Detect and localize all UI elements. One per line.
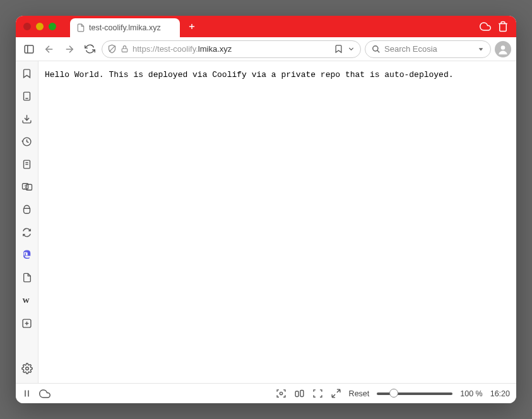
address-bar[interactable]: https://test-coolify.lmika.xyz — [102, 40, 361, 58]
mastodon-button[interactable] — [20, 248, 34, 262]
browser-window: test-coolify.lmika.xyz https://test-cool… — [16, 16, 516, 403]
page-content: Hello World. This is deployed via Coolif… — [38, 61, 516, 383]
user-icon — [497, 43, 509, 56]
sync-button[interactable] — [20, 225, 34, 239]
chevron-down-icon[interactable] — [347, 45, 355, 53]
svg-rect-12 — [24, 92, 30, 100]
clock: 16:20 — [490, 389, 510, 398]
extension-button-1[interactable] — [20, 203, 34, 216]
reset-zoom-button[interactable]: Reset — [349, 389, 370, 398]
cloud-status-icon[interactable] — [39, 388, 50, 399]
search-box[interactable]: Search Ecosia — [365, 40, 491, 58]
cloud-icon[interactable] — [480, 21, 491, 32]
notes-button[interactable] — [20, 157, 34, 171]
arrow-left-icon — [44, 44, 55, 55]
new-tab-button[interactable] — [184, 18, 200, 35]
sidebar-icon — [23, 44, 35, 55]
page-body-text: Hello World. This is deployed via Coolif… — [45, 70, 454, 80]
window-controls — [21, 23, 60, 30]
shield-icon — [107, 44, 117, 54]
search-placeholder: Search Ecosia — [384, 44, 474, 54]
plus-icon — [187, 22, 196, 31]
minimize-window-button[interactable] — [36, 23, 44, 30]
svg-rect-30 — [295, 391, 299, 397]
file-button[interactable] — [20, 271, 34, 285]
translate-button[interactable]: 文 — [20, 180, 34, 194]
dropdown-icon[interactable] — [478, 46, 484, 52]
svg-point-29 — [280, 392, 282, 394]
svg-point-8 — [373, 45, 378, 50]
pause-button[interactable] — [22, 389, 32, 398]
bookmark-icon[interactable] — [334, 44, 343, 54]
zoom-slider[interactable] — [377, 392, 452, 395]
svg-line-9 — [377, 50, 380, 52]
reading-list-button[interactable] — [20, 89, 34, 103]
back-button[interactable] — [41, 41, 57, 57]
zoom-slider-knob[interactable] — [389, 389, 398, 398]
tab-bar: test-coolify.lmika.xyz — [16, 16, 516, 37]
svg-point-26 — [25, 367, 28, 370]
svg-rect-2 — [25, 45, 33, 53]
svg-marker-10 — [479, 48, 483, 50]
url-text: https://test-coolify.lmika.xyz — [133, 44, 330, 54]
arrow-right-icon — [64, 44, 75, 55]
zoom-level: 100 % — [460, 389, 482, 398]
downloads-button[interactable] — [20, 112, 34, 126]
toolbar: https://test-coolify.lmika.xyz Search Ec… — [16, 37, 516, 61]
capture-button[interactable] — [276, 388, 287, 399]
panel-toggle-button[interactable] — [21, 41, 37, 57]
add-panel-button[interactable] — [20, 316, 34, 330]
page-icon — [76, 23, 85, 32]
page-actions-button[interactable] — [331, 388, 341, 399]
forward-button[interactable] — [61, 41, 78, 57]
svg-text:W: W — [22, 297, 30, 304]
reload-button[interactable] — [81, 41, 98, 57]
close-window-button[interactable] — [23, 23, 31, 30]
svg-point-11 — [501, 45, 505, 50]
svg-rect-31 — [300, 391, 304, 397]
trash-icon[interactable] — [497, 21, 509, 32]
lock-icon — [121, 45, 129, 53]
settings-button[interactable] — [20, 362, 34, 375]
tiling-button[interactable] — [294, 388, 305, 399]
tabbar-right — [480, 21, 511, 32]
search-icon — [372, 45, 381, 54]
status-bar: Reset 100 % 16:20 — [16, 383, 516, 403]
history-button[interactable] — [20, 134, 34, 148]
reload-icon — [85, 44, 95, 54]
browser-tab[interactable]: test-coolify.lmika.xyz — [70, 18, 180, 37]
side-panel: 文 W — [16, 61, 38, 383]
image-toggle-button[interactable] — [312, 388, 323, 399]
svg-line-6 — [109, 46, 115, 52]
tab-title: test-coolify.lmika.xyz — [89, 23, 161, 32]
bookmarks-panel-button[interactable] — [20, 66, 34, 80]
svg-rect-7 — [122, 49, 127, 52]
svg-text:文: 文 — [23, 184, 27, 189]
wikipedia-button[interactable]: W — [20, 293, 34, 307]
profile-button[interactable] — [495, 41, 511, 57]
maximize-window-button[interactable] — [49, 23, 56, 30]
body-area: 文 W Hello World. This is deployed via Co… — [16, 61, 516, 383]
